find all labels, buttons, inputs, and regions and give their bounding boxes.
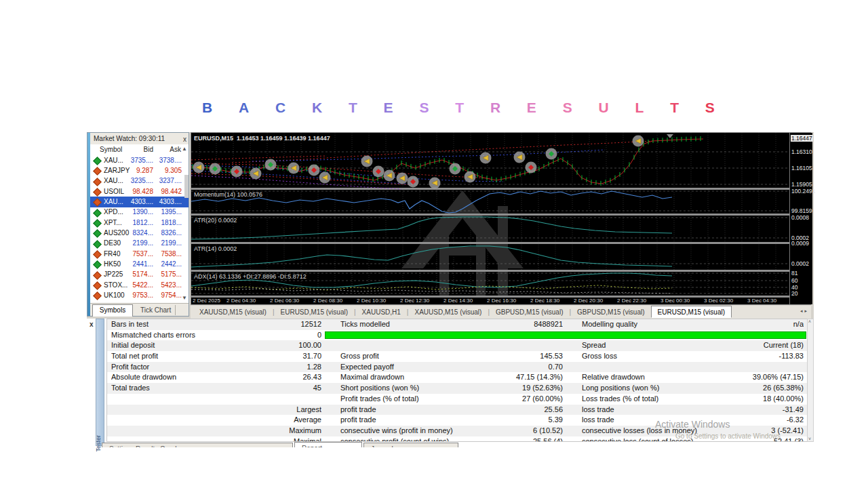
report-label: Gross loss (582, 352, 726, 360)
ask-value: 1395... (155, 208, 182, 216)
chart-tab[interactable]: XAUUSD,M15 (visual) (408, 306, 488, 317)
momentum-label: Momentum(14) 100.0576 (194, 191, 262, 198)
up-arrow-icon (93, 219, 102, 228)
report-value: -6.32 (726, 415, 804, 424)
market-watch-row[interactable]: XAU...3235....3237.... (90, 176, 189, 186)
chart-window[interactable]: EURUSD,M15 1.16453 1.16459 1.16439 1.164… (191, 132, 811, 305)
time-label: 2 Dec 16:30 (487, 298, 516, 304)
price-label: 0.0002 (791, 260, 809, 267)
market-watch-row[interactable]: FR407537...7538... (90, 249, 189, 259)
scroll-down-icon[interactable]: ˅ (808, 436, 811, 441)
scroll-up-icon[interactable]: ▲ (182, 146, 187, 152)
title-letter: S (705, 100, 715, 116)
price-label: 1.16447 (791, 135, 813, 142)
tester-report-row: Bars in test12512Ticks modelled8488921Mo… (107, 319, 807, 330)
scrollbar-thumb[interactable] (184, 175, 189, 198)
scroll-up-icon[interactable]: ˄ (808, 319, 811, 324)
close-icon[interactable]: x (183, 134, 186, 145)
market-watch-row[interactable]: XPT...1812...1818... (90, 218, 189, 228)
tab-nav-arrows-icon[interactable]: ◂▸ (800, 308, 809, 314)
down-arrow-icon (93, 281, 102, 290)
tab-symbols[interactable]: Symbols (92, 304, 133, 317)
report-label: Expected payoff (340, 363, 484, 371)
market-watch-row[interactable]: USOIL98.42898.442 (90, 186, 189, 197)
title-letter: E (527, 100, 536, 116)
ask-value: 3738.... (155, 157, 182, 164)
title-letter: S (563, 100, 572, 116)
column-bid[interactable]: Bid (123, 146, 153, 153)
report-value: 6 (10.52) (484, 426, 563, 434)
report-label: Ticks modelled (340, 320, 484, 328)
bid-value: 2199... (121, 239, 153, 247)
scroll-down-icon[interactable]: ▼ (182, 295, 187, 301)
up-arrow-icon (93, 261, 102, 270)
time-label: 2 Dec 18:30 (530, 298, 559, 304)
tester-report-row: Total trades45Short positions (won %)19 … (107, 383, 807, 394)
bid-value: 1390... (121, 208, 153, 216)
tester-tab[interactable]: Report (294, 442, 362, 447)
market-watch-row[interactable]: JP2255174...5175... (90, 270, 189, 280)
report-value: 39.06% (47.15) (726, 373, 804, 381)
ask-value: 1818... (155, 219, 182, 226)
bid-value: 3235.... (121, 177, 153, 184)
tester-report-row: Profit trades (% of total)27 (60.00%)Los… (107, 394, 807, 405)
symbol-name: XPD... (104, 208, 123, 216)
down-arrow-icon (93, 167, 102, 176)
bid-value: 98.428 (121, 188, 153, 195)
report-label: Initial deposit (111, 341, 233, 349)
market-watch-tabs: Symbols Tick Chart (90, 303, 189, 316)
column-symbol[interactable]: Symbol (100, 146, 122, 153)
chart-tab[interactable]: EURUSD,M15 (visual) (275, 306, 354, 317)
tester-report-row: Total net profit31.70Gross profit145.53G… (107, 351, 807, 362)
report-value: Average (233, 415, 321, 424)
chart-tab[interactable]: XAUUSD,H1 (356, 306, 407, 317)
ask-value: 2199... (155, 239, 182, 247)
market-watch-row[interactable]: AUS2008324...8326... (90, 228, 189, 238)
report-value: Maximal (233, 437, 321, 442)
tab-tick-chart[interactable]: Tick Chart (136, 305, 176, 315)
atr20-label: ATR(20) 0.0002 (194, 217, 237, 224)
down-arrow-icon (93, 271, 102, 280)
tester-tab[interactable]: Journal (363, 443, 458, 447)
report-label: Long positions (won %) (582, 384, 726, 392)
symbol-name: JP225 (104, 270, 123, 278)
market-watch-row[interactable]: HK502441...2442... (90, 259, 189, 269)
title-letter: L (635, 100, 644, 116)
title-letter: R (490, 100, 500, 116)
chart-tab[interactable]: EURUSD,M15 (visual) (651, 306, 732, 318)
market-watch-row[interactable]: DE302199...2199... (90, 239, 189, 249)
close-icon[interactable]: x (90, 321, 94, 328)
tester-side-strip: Tester (96, 319, 104, 446)
atr14-label: ATR(14) 0.0002 (194, 245, 237, 252)
chart-tab[interactable]: GBPUSD,M15 (visual) (490, 306, 569, 317)
market-watch-row[interactable]: XAU...4303....4303.... (90, 197, 189, 207)
market-watch-row[interactable]: ZARJPY9.2879.305 (90, 165, 189, 176)
market-watch-row[interactable]: STOX...5422...5423... (90, 280, 189, 290)
adx-label: ADX(14) 63.1336 +DI:27.8896 -DI:5.8712 (194, 273, 307, 280)
report-label: Profit trades (% of total) (340, 394, 484, 403)
tester-report-row: Absolute drawdown26.43Maximal drawdown47… (107, 372, 807, 383)
price-label: 100.2491 (791, 188, 815, 195)
market-watch-panel: Market Watch: 09:30:11 x Symbol Bid Ask … (87, 132, 189, 317)
symbol-name: XAU... (104, 177, 123, 184)
market-watch-title-text: Market Watch: 09:30:11 (94, 135, 165, 142)
market-watch-row[interactable]: XPD...1390...1395... (90, 207, 189, 218)
bid-value: 9.287 (121, 167, 153, 174)
tester-bottom-tabs: Settings Results GraphReportJournal (87, 442, 814, 447)
symbol-name: HK50 (104, 260, 121, 268)
symbol-name: XAU... (104, 157, 123, 164)
chart-tab[interactable]: XAUUSD,M15 (visual) (193, 306, 273, 317)
column-ask[interactable]: Ask (154, 146, 181, 153)
market-watch-row[interactable]: XAU...3735....3738.... (90, 155, 189, 165)
chart-tab[interactable]: GBPUSD,M15 (visual) (571, 306, 650, 317)
tester-tab[interactable]: Settings Results Graph (102, 443, 293, 447)
ask-value: 9754... (155, 291, 182, 299)
report-value: 26 (65.38%) (726, 384, 804, 392)
report-value: 12512 (233, 320, 321, 328)
title-letter: A (239, 100, 249, 116)
report-value: 45 (233, 384, 321, 392)
market-watch-row[interactable]: UK1009753...9754... (90, 290, 189, 300)
report-label: Maximal drawdown (340, 373, 484, 381)
report-label: Absolute drawdown (111, 373, 233, 381)
tester-scrollbar[interactable]: ˄ ˅ (807, 319, 814, 442)
